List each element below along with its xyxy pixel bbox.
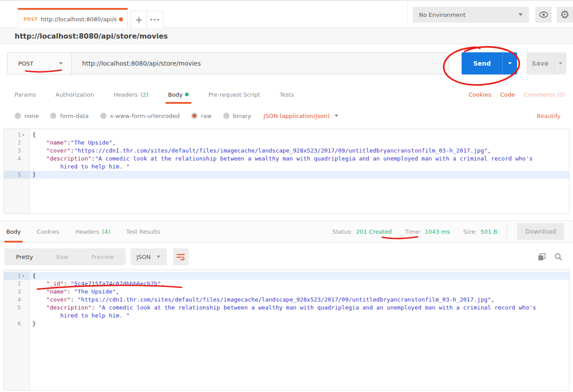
language-value: JSON (137, 254, 151, 260)
response-editor-lines: 1▾{2 "_id": "5c4e715fa74c07dbbb6ecb7b",3… (4, 270, 569, 328)
content-type-select[interactable]: JSON (application/json) (264, 113, 339, 119)
request-title-bar: http://localhost:8080/api/store/movies (0, 28, 573, 44)
status-label: Status: (332, 228, 352, 235)
request-tabs: Params Authorization Headers (2) Body Pr… (0, 85, 573, 104)
tab-authorization[interactable]: Authorization (55, 85, 94, 104)
tab-body[interactable]: Body (168, 85, 189, 104)
view-preview[interactable]: Preview (80, 254, 126, 260)
response-icons (538, 253, 562, 261)
send-button-group: Send (462, 52, 517, 74)
mode-none[interactable]: none (15, 113, 39, 119)
body-mode-row: none form-data x-www-form-urlencoded raw… (0, 106, 573, 125)
topbar-divider (407, 1, 407, 28)
mode-raw[interactable]: raw (191, 113, 212, 119)
response-language-select[interactable]: JSON (130, 248, 167, 265)
meta-divider (507, 224, 507, 239)
send-options-button[interactable] (502, 52, 517, 74)
request-tab[interactable]: POST http://localhost:8080/api/store/ (18, 8, 128, 28)
body-filled-dot-icon (185, 93, 189, 96)
plus-icon: + (135, 14, 143, 25)
tab-label: Params (15, 91, 36, 98)
url-input[interactable] (71, 52, 449, 74)
tab-label: Pre-request Script (208, 91, 260, 98)
view-mode-switch: Pretty Raw Preview (4, 248, 126, 265)
response-tab-test-results[interactable]: Test Results (126, 220, 160, 243)
send-button[interactable]: Send (462, 52, 502, 74)
method-select[interactable]: POST (7, 52, 71, 74)
new-tab-button[interactable]: + (131, 11, 147, 28)
response-meta: Status: 201 Created Time: 1043 ms Size: … (332, 223, 564, 240)
copy-icon (538, 253, 545, 261)
view-pretty[interactable]: Pretty (4, 254, 45, 260)
tab-headers[interactable]: Headers (2) (114, 85, 149, 104)
save-options-button[interactable] (554, 52, 566, 74)
response-body-editor[interactable]: 1▾{2 "_id": "5c4e715fa74c07dbbb6ecb7b",3… (4, 270, 569, 391)
environment-value: No Environment (419, 12, 466, 18)
search-icon (554, 253, 562, 261)
tab-params[interactable]: Params (15, 85, 36, 104)
request-body-editor[interactable]: 1▾{2 "name":"The Upside",3 "cover":"http… (4, 129, 569, 214)
mode-form-data[interactable]: form-data (50, 113, 88, 119)
view-raw[interactable]: Raw (45, 254, 80, 260)
request-links: Cookies Code Comments (0) (469, 91, 565, 98)
eye-icon (539, 11, 549, 18)
tab-label: Headers (114, 91, 138, 98)
mode-x-www-form-urlencoded[interactable]: x-www-form-urlencoded (100, 113, 180, 119)
headers-count-badge: (2) (140, 91, 148, 98)
tab-label: Cookies (37, 228, 59, 235)
tab-method-label: POST (24, 17, 38, 22)
time-label: Time: (405, 228, 421, 235)
mode-label: x-www-form-urlencoded (110, 113, 180, 119)
fold-caret-icon[interactable]: ▾ (22, 131, 26, 139)
wrap-lines-button[interactable] (173, 248, 189, 265)
editor-line: 1▾{ (4, 131, 569, 139)
response-tab-headers[interactable]: Headers (4) (75, 220, 111, 243)
save-button[interactable]: Save (526, 52, 554, 74)
environment-select[interactable]: No Environment (413, 7, 529, 23)
chevron-down-icon (508, 63, 512, 65)
cookies-link[interactable]: Cookies (469, 91, 491, 98)
search-button[interactable] (554, 253, 562, 261)
response-tab-cookies[interactable]: Cookies (37, 220, 59, 243)
tab-pre-request-script[interactable]: Pre-request Script (208, 85, 260, 104)
request-title: http://localhost:8080/api/store/movies (15, 32, 168, 40)
tab-label: Test Results (126, 228, 160, 235)
editor-line: 4 "description":"A comedic look at the r… (4, 155, 569, 163)
environment-preview-button[interactable] (535, 7, 552, 23)
fold-caret-icon[interactable]: ▾ (22, 272, 26, 280)
wrap-lines-icon (177, 253, 185, 260)
response-tab-body[interactable]: Body (6, 220, 21, 243)
status-value: 201 Created (356, 228, 391, 235)
unsaved-dot-icon (119, 17, 123, 21)
tab-tests[interactable]: Tests (280, 85, 294, 104)
top-bar: POST http://localhost:8080/api/store/ + … (0, 0, 573, 27)
download-button[interactable]: Download (517, 223, 564, 240)
send-label: Send (473, 60, 491, 67)
tab-label: Body (6, 228, 21, 235)
response-header: Body Cookies Headers (4) Test Results St… (0, 220, 573, 243)
tab-label: Headers (75, 228, 99, 235)
save-label: Save (532, 60, 549, 67)
code-link[interactable]: Code (500, 91, 515, 98)
radio-icon (50, 113, 56, 119)
editor-line: 4 "cover": "https://cdn1.thr.com/sites/d… (4, 296, 569, 304)
editor-line: hired to help him. " (4, 163, 569, 171)
comments-link[interactable]: Comments (0) (524, 91, 565, 98)
beautify-link[interactable]: Beautify (537, 113, 561, 119)
tab-url-label: http://localhost:8080/api/store/ (41, 16, 116, 23)
editor-line: 6} (4, 320, 569, 328)
size-label: Size: (463, 228, 477, 235)
more-tabs-button[interactable]: ••• (146, 11, 163, 28)
settings-button[interactable]: ⚙ (557, 7, 573, 23)
chevron-down-icon (518, 13, 523, 16)
tab-label: Tests (280, 91, 294, 98)
size-value: 501 B (481, 228, 498, 235)
chevron-down-icon (335, 115, 338, 117)
request-builder-row: POST Send Save (0, 44, 573, 82)
tab-label: Authorization (55, 91, 94, 98)
tab-label: Body (168, 91, 183, 98)
chevron-down-icon (157, 256, 160, 258)
copy-button[interactable] (538, 253, 545, 261)
save-button-group: Save (526, 52, 566, 74)
mode-binary[interactable]: binary (223, 113, 251, 119)
